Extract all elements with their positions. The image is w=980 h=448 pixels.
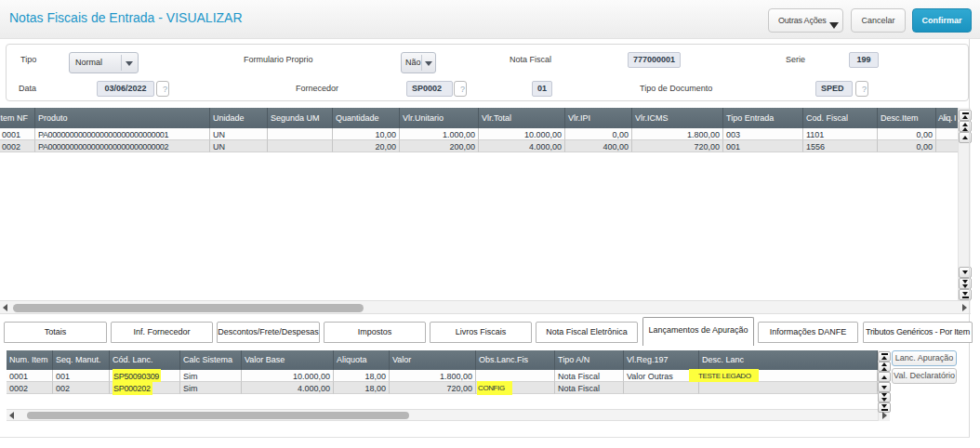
scroll-up-button[interactable] (878, 372, 891, 382)
cell-cod-fiscal: 1101 (803, 128, 878, 140)
fornecedor-input[interactable]: SP0002 (406, 81, 453, 97)
cell-vlr-ipi: 0,00 (565, 128, 632, 140)
items-grid-row-2[interactable]: 0002 PA0000000000000000000000000002 UN 2… (0, 140, 958, 152)
tab-totais[interactable]: Totais (4, 322, 107, 343)
scroll-page-up-button[interactable] (878, 362, 891, 372)
horizontal-scrollbar-thumb[interactable] (13, 304, 364, 312)
cell-vlr-unitario: 1.000,00 (400, 128, 479, 140)
val-declaratorio-button[interactable]: Val. Declaratório (892, 368, 957, 384)
scroll-last-icon (881, 404, 887, 408)
cell-unidade: UN (210, 128, 268, 140)
nota-fiscal-input[interactable]: 777000001 (628, 52, 681, 68)
formulario-proprio-combo[interactable]: Não (401, 52, 436, 73)
lanc-apuracao-button[interactable]: Lanc. Apuração (892, 350, 957, 366)
confirmar-button[interactable]: Confirmar (912, 8, 972, 33)
data-input[interactable]: 03/06/2022 (97, 81, 154, 97)
column-header[interactable]: Vlr.Total (479, 108, 565, 128)
scroll-page-down-button[interactable] (878, 392, 891, 402)
scroll-left-icon[interactable] (9, 412, 14, 419)
cell-vlr-total: 4.000,00 (479, 140, 565, 152)
lancamentos-grid-row-2[interactable]: 0002 002 SP000202 Sim 4.000,00 18,00 720… (7, 382, 878, 394)
tab-livros-fiscais[interactable]: Livros Fiscais (430, 322, 532, 343)
tipo-documento-help-button[interactable]: ? (855, 81, 868, 97)
column-header[interactable]: Tipo Entrada (723, 108, 803, 128)
tipo-documento-input[interactable]: SPED (815, 81, 853, 97)
scroll-up-icon (881, 376, 887, 379)
combo-arrow-icon (126, 61, 133, 66)
serie-input[interactable]: 199 (849, 52, 879, 68)
column-header[interactable]: Tipo A/N (555, 350, 624, 370)
cell-vlr-unitario: 200,00 (400, 140, 479, 152)
column-header[interactable]: Valor (390, 350, 476, 370)
cell-desc-item: 0,00 (878, 140, 936, 152)
column-header[interactable]: Seq. Manut. (53, 350, 110, 370)
cell-seq-manut: 002 (53, 382, 110, 394)
scroll-up-icon (962, 136, 968, 139)
horizontal-scrollbar[interactable] (7, 409, 878, 421)
outras-acoes-button[interactable]: Outras Ações (768, 8, 843, 33)
tab-descontos-frete-despesas[interactable]: Descontos/Frete/Despesas (217, 322, 320, 343)
scroll-down-button[interactable] (878, 382, 891, 392)
column-header[interactable]: Aliq. I (936, 108, 958, 128)
horizontal-scrollbar-thumb[interactable] (27, 412, 409, 419)
scroll-right-icon[interactable] (962, 304, 967, 311)
tipo-combo-value: Normal (75, 58, 102, 67)
tab-nota-fiscal-eletronica[interactable]: Nota Fiscal Eletrônica (536, 322, 638, 343)
fornecedor-help-button[interactable]: ? (454, 81, 467, 97)
loja-input[interactable]: 01 (532, 81, 552, 97)
cell-cod-lanc: SP000202 (110, 382, 180, 394)
notas-fiscais-entrada-window: Notas Fiscais de Entrada - VISUALIZAR Ou… (0, 0, 980, 448)
cell-produto: PA0000000000000000000000000002 (35, 140, 210, 152)
column-header[interactable]: Calc Sistema (180, 350, 242, 370)
combo-divider (421, 55, 422, 71)
tipo-combo[interactable]: Normal (69, 52, 139, 73)
column-header[interactable]: Desc. Lanc (699, 350, 878, 370)
column-header[interactable]: Vlr.ICMS (632, 108, 723, 128)
scroll-end-bar-icon (962, 296, 969, 298)
scroll-down-icon (962, 270, 968, 274)
scroll-right-icon[interactable] (882, 412, 887, 419)
cell-seq-manut: 001 (53, 370, 110, 382)
window-bottom-border (0, 437, 970, 438)
horizontal-scrollbar[interactable] (0, 300, 971, 314)
column-header[interactable]: Unidade (210, 108, 268, 128)
tab-lancamentos-de-apuracao[interactable]: Lançamentos de Apuração (642, 317, 754, 346)
scroll-first-button[interactable] (878, 351, 891, 362)
column-header[interactable]: Valor Base (242, 350, 334, 370)
nota-fiscal-label: Nota Fiscal (510, 55, 551, 64)
cancelar-button[interactable]: Cancelar (851, 8, 906, 33)
data-help-button[interactable]: ? (156, 81, 169, 97)
lancamentos-grid: Num. Item Seq. Manut. Cód. Lanc. Calc Si… (7, 350, 890, 421)
column-header[interactable]: Cod. Fiscal (803, 108, 878, 128)
tab-inf-fornecedor[interactable]: Inf. Fornecedor (111, 322, 213, 343)
cell-segunda-um (268, 128, 333, 140)
column-header[interactable]: Quantidade (333, 108, 400, 128)
scroll-left-icon[interactable] (3, 304, 7, 311)
column-header[interactable]: Num. Item (7, 350, 53, 370)
cell-vl-reg-197 (624, 382, 699, 394)
cell-tipo-entrada: 001 (723, 140, 803, 152)
column-header[interactable]: Aliquota (334, 350, 390, 370)
cell-desc-item: 0,00 (878, 128, 936, 140)
chevron-down-icon (829, 22, 839, 29)
tab-informacoes-danfe[interactable]: Informações DANFE (758, 322, 858, 343)
column-header[interactable]: Desc.Item (878, 108, 936, 128)
column-header[interactable]: Obs.Lanc.Fis (476, 350, 555, 370)
column-header[interactable]: Segunda UM (268, 108, 333, 128)
column-header[interactable]: Produto (35, 108, 210, 128)
items-grid-row-1[interactable]: 0001 PA0000000000000000000000000001 UN 1… (0, 128, 958, 140)
column-header[interactable]: Item NF (0, 108, 35, 128)
cell-valor: 720,00 (390, 382, 476, 394)
tab-impostos[interactable]: Impostos (324, 322, 426, 343)
page-title: Notas Fiscais de Entrada - VISUALIZAR (9, 10, 243, 25)
header-form-panel: Tipo Normal Formulario Proprio Não Nota … (6, 44, 969, 101)
column-header[interactable]: Vl.Reg.197 (624, 350, 699, 370)
column-header[interactable]: Vlr.Unitario (400, 108, 479, 128)
highlighted-value: CONFIG (477, 381, 512, 395)
column-header[interactable]: Vlr.IPI (565, 108, 632, 128)
cell-produto: PA0000000000000000000000000001 (35, 128, 210, 140)
cell-aliq (936, 140, 958, 152)
cell-unidade: UN (210, 140, 268, 152)
column-header[interactable]: Cód. Lanc. (110, 350, 180, 370)
tab-tributos-genericos-por-item[interactable]: Tributos Genéricos - Por Item (863, 322, 973, 343)
